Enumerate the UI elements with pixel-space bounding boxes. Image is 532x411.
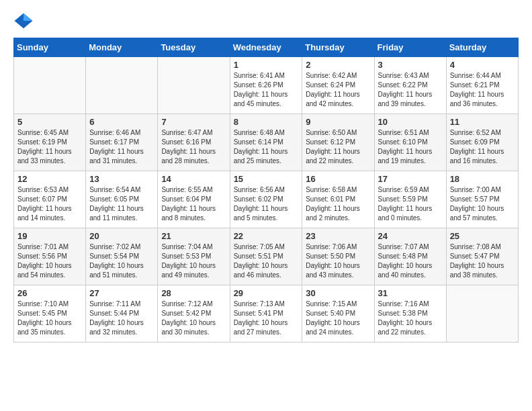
day-number: 10 — [378, 117, 443, 127]
calendar-cell: 7Sunrise: 6:47 AMSunset: 6:16 PMDaylight… — [158, 114, 230, 171]
sunrise-text: Sunrise: 7:12 AM — [161, 300, 226, 309]
sunset-text: Sunset: 5:51 PM — [234, 252, 299, 261]
sunset-text: Sunset: 6:26 PM — [234, 81, 299, 90]
day-info: Sunrise: 7:12 AMSunset: 5:42 PMDaylight:… — [161, 300, 226, 337]
svg-marker-1 — [24, 13, 33, 21]
sunset-text: Sunset: 5:50 PM — [306, 252, 370, 261]
day-number: 5 — [17, 117, 82, 127]
sunset-text: Sunset: 5:56 PM — [17, 252, 82, 261]
daylight-text: and 39 minutes. — [378, 99, 443, 109]
logo-icon — [13, 11, 34, 31]
calendar-cell — [158, 57, 230, 114]
day-number: 17 — [378, 174, 443, 184]
daylight-text: and 49 minutes. — [161, 271, 226, 280]
calendar-cell: 18Sunrise: 7:00 AMSunset: 5:57 PMDayligh… — [446, 171, 518, 228]
daylight-text: and 38 minutes. — [450, 271, 515, 280]
weekday-header: Wednesday — [230, 38, 302, 57]
calendar-cell: 11Sunrise: 6:52 AMSunset: 6:09 PMDayligh… — [446, 114, 518, 171]
daylight-text: Daylight: 11 hours — [17, 147, 82, 156]
calendar-cell: 28Sunrise: 7:12 AMSunset: 5:42 PMDayligh… — [158, 285, 230, 342]
day-info: Sunrise: 6:45 AMSunset: 6:19 PMDaylight:… — [17, 128, 82, 166]
sunset-text: Sunset: 5:48 PM — [378, 252, 443, 261]
daylight-text: Daylight: 11 hours — [378, 147, 443, 156]
sunrise-text: Sunrise: 7:08 AM — [450, 242, 515, 252]
daylight-text: and 22 minutes. — [306, 156, 370, 166]
day-info: Sunrise: 6:51 AMSunset: 6:10 PMDaylight:… — [378, 128, 443, 166]
sunset-text: Sunset: 6:17 PM — [89, 138, 154, 147]
day-info: Sunrise: 6:52 AMSunset: 6:09 PMDaylight:… — [450, 128, 515, 166]
sunset-text: Sunset: 5:53 PM — [161, 252, 226, 261]
calendar-cell: 15Sunrise: 6:56 AMSunset: 6:02 PMDayligh… — [230, 171, 302, 228]
daylight-text: Daylight: 10 hours — [306, 261, 370, 271]
sunset-text: Sunset: 6:10 PM — [378, 138, 443, 147]
day-number: 6 — [89, 117, 154, 127]
sunrise-text: Sunrise: 7:02 AM — [89, 242, 154, 252]
day-number: 31 — [378, 288, 443, 298]
daylight-text: Daylight: 11 hours — [378, 90, 443, 99]
sunrise-text: Sunrise: 6:58 AM — [306, 185, 370, 195]
daylight-text: Daylight: 10 hours — [161, 318, 226, 328]
day-info: Sunrise: 6:46 AMSunset: 6:17 PMDaylight:… — [89, 128, 154, 166]
daylight-text: and 2 minutes. — [306, 214, 370, 223]
sunrise-text: Sunrise: 6:41 AM — [234, 71, 299, 81]
sunset-text: Sunset: 6:19 PM — [17, 138, 82, 147]
sunrise-text: Sunrise: 6:42 AM — [306, 71, 370, 81]
daylight-text: Daylight: 10 hours — [306, 318, 370, 328]
daylight-text: Daylight: 10 hours — [17, 318, 82, 328]
weekday-header: Tuesday — [158, 38, 230, 57]
calendar-cell — [446, 285, 518, 342]
sunrise-text: Sunrise: 7:11 AM — [89, 300, 154, 309]
daylight-text: Daylight: 11 hours — [306, 204, 370, 214]
daylight-text: and 35 minutes. — [17, 328, 82, 337]
calendar-cell: 5Sunrise: 6:45 AMSunset: 6:19 PMDaylight… — [14, 114, 86, 171]
daylight-text: and 16 minutes. — [450, 156, 515, 166]
calendar-cell: 4Sunrise: 6:44 AMSunset: 6:21 PMDaylight… — [446, 57, 518, 114]
day-info: Sunrise: 7:04 AMSunset: 5:53 PMDaylight:… — [161, 242, 226, 280]
sunset-text: Sunset: 5:42 PM — [161, 309, 226, 318]
calendar-cell: 10Sunrise: 6:51 AMSunset: 6:10 PMDayligh… — [374, 114, 446, 171]
calendar-cell: 13Sunrise: 6:54 AMSunset: 6:05 PMDayligh… — [86, 171, 158, 228]
sunrise-text: Sunrise: 7:06 AM — [306, 242, 370, 252]
sunset-text: Sunset: 5:40 PM — [306, 309, 370, 318]
daylight-text: and 8 minutes. — [161, 214, 226, 223]
day-info: Sunrise: 6:55 AMSunset: 6:04 PMDaylight:… — [161, 185, 226, 223]
calendar-cell: 1Sunrise: 6:41 AMSunset: 6:26 PMDaylight… — [230, 57, 302, 114]
day-info: Sunrise: 6:41 AMSunset: 6:26 PMDaylight:… — [234, 71, 299, 109]
sunset-text: Sunset: 6:01 PM — [306, 195, 370, 204]
sunrise-text: Sunrise: 6:54 AM — [89, 185, 154, 195]
day-info: Sunrise: 6:54 AMSunset: 6:05 PMDaylight:… — [89, 185, 154, 223]
day-info: Sunrise: 6:50 AMSunset: 6:12 PMDaylight:… — [306, 128, 370, 166]
calendar-week-row: 12Sunrise: 6:53 AMSunset: 6:07 PMDayligh… — [14, 171, 519, 228]
sunset-text: Sunset: 5:59 PM — [378, 195, 443, 204]
calendar-cell: 8Sunrise: 6:48 AMSunset: 6:14 PMDaylight… — [230, 114, 302, 171]
daylight-text: Daylight: 11 hours — [378, 204, 443, 214]
daylight-text: and 28 minutes. — [161, 156, 226, 166]
day-number: 14 — [161, 174, 226, 184]
day-info: Sunrise: 7:13 AMSunset: 5:41 PMDaylight:… — [234, 300, 299, 337]
day-info: Sunrise: 7:15 AMSunset: 5:40 PMDaylight:… — [306, 300, 370, 337]
day-info: Sunrise: 7:16 AMSunset: 5:38 PMDaylight:… — [378, 300, 443, 337]
page-container: SundayMondayTuesdayWednesdayThursdayFrid… — [0, 0, 532, 349]
weekday-header: Monday — [86, 38, 158, 57]
calendar-cell: 21Sunrise: 7:04 AMSunset: 5:53 PMDayligh… — [158, 228, 230, 285]
sunset-text: Sunset: 5:44 PM — [89, 309, 154, 318]
sunset-text: Sunset: 6:24 PM — [306, 81, 370, 90]
day-number: 19 — [17, 231, 82, 241]
sunset-text: Sunset: 6:09 PM — [450, 138, 515, 147]
daylight-text: Daylight: 11 hours — [450, 147, 515, 156]
day-info: Sunrise: 7:06 AMSunset: 5:50 PMDaylight:… — [306, 242, 370, 280]
sunset-text: Sunset: 5:54 PM — [89, 252, 154, 261]
calendar-cell: 9Sunrise: 6:50 AMSunset: 6:12 PMDaylight… — [302, 114, 374, 171]
day-number: 25 — [450, 231, 515, 241]
day-info: Sunrise: 7:00 AMSunset: 5:57 PMDaylight:… — [450, 185, 515, 223]
sunset-text: Sunset: 6:22 PM — [378, 81, 443, 90]
calendar-cell: 16Sunrise: 6:58 AMSunset: 6:01 PMDayligh… — [302, 171, 374, 228]
sunrise-text: Sunrise: 7:01 AM — [17, 242, 82, 252]
day-info: Sunrise: 6:58 AMSunset: 6:01 PMDaylight:… — [306, 185, 370, 223]
day-info: Sunrise: 6:56 AMSunset: 6:02 PMDaylight:… — [234, 185, 299, 223]
day-number: 9 — [306, 117, 370, 127]
daylight-text: and 57 minutes. — [450, 214, 515, 223]
day-number: 4 — [450, 60, 515, 70]
daylight-text: and 19 minutes. — [378, 156, 443, 166]
sunrise-text: Sunrise: 6:46 AM — [89, 128, 154, 138]
